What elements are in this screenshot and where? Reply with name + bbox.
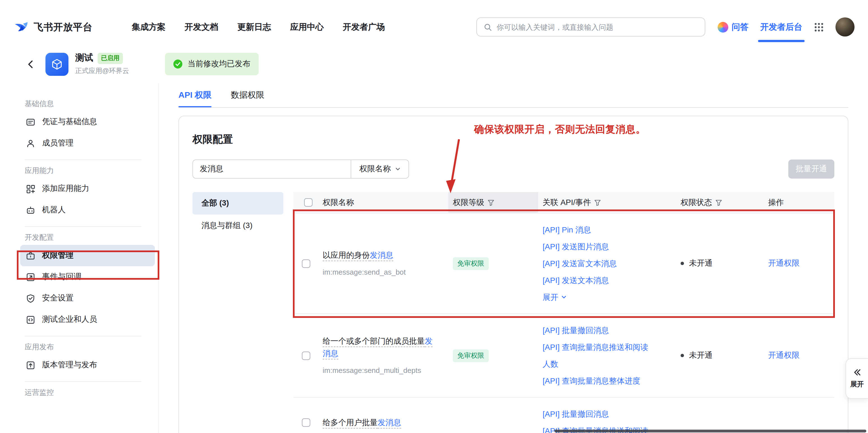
console-label: 开发者后台 — [760, 22, 802, 31]
tab-api-permissions[interactable]: API 权限 — [179, 90, 212, 107]
permission-name-cell: 给多个用户批量发消息 — [318, 416, 448, 429]
nav-item-dev-plaza[interactable]: 开发者广场 — [343, 22, 385, 32]
open-permission-link[interactable]: 开通权限 — [768, 350, 800, 359]
api-link[interactable]: [API] 批量撤回消息 — [542, 405, 655, 422]
security-icon — [26, 293, 35, 303]
qa-link[interactable]: 问答 — [718, 22, 748, 32]
top-nav: 飞书开放平台 集成方案 开发文档 更新日志 应用中心 开发者广场 问答 开发者后… — [0, 0, 868, 45]
search-field-select[interactable]: 权限名称 — [351, 160, 409, 179]
permission-level-cell: 免审权限 — [448, 349, 538, 362]
sidebar: 基础信息 凭证与基础信息 成员管理 应用能力 — [0, 83, 159, 433]
global-search-box[interactable] — [476, 18, 705, 36]
sidebar-item-events[interactable]: 事件与回调 — [20, 266, 155, 288]
app-subtitle: 正式应用@环界云 — [75, 66, 129, 76]
api-link[interactable]: [API] 查询批量消息推送和阅读人数 — [542, 339, 655, 372]
action-cell: 开通权限 — [764, 258, 834, 268]
row-checkbox[interactable] — [302, 418, 310, 427]
back-icon[interactable] — [26, 59, 35, 69]
sidebar-divider — [25, 336, 142, 337]
permission-name[interactable]: 以应用的身份发消息 — [322, 250, 393, 259]
filter-icon[interactable] — [488, 199, 494, 206]
expand-apis-link[interactable]: 展开 — [542, 289, 567, 306]
category-all[interactable]: 全部 (3) — [192, 192, 283, 214]
header-action: 操作 — [764, 192, 834, 213]
permission-search-group: 权限名称 — [192, 160, 409, 179]
related-api-cell: [API] Pin 消息 [API] 发送图片消息 [API] 发送富文本消息 … — [538, 221, 676, 306]
active-nav-underline — [758, 40, 805, 42]
sidebar-divider — [25, 226, 142, 227]
category-im-group[interactable]: 消息与群组 (3) — [192, 214, 283, 237]
api-link[interactable]: [API] 查询批量消息整体进度 — [542, 372, 655, 389]
sidebar-item-permissions[interactable]: 权限管理 — [20, 245, 155, 266]
chevron-down-icon — [561, 294, 567, 300]
table-row: 以应用的身份发消息 im:message:send_as_bot 免审权限 [A… — [293, 213, 834, 314]
filter-icon[interactable] — [594, 199, 601, 206]
qa-icon — [718, 22, 728, 32]
console-link[interactable]: 开发者后台 — [760, 22, 802, 32]
filter-icon[interactable] — [715, 199, 722, 206]
global-search-input[interactable] — [497, 23, 698, 31]
sidebar-item-members[interactable]: 成员管理 — [20, 133, 155, 154]
add-capability-icon — [26, 184, 35, 194]
sidebar-item-add-capability[interactable]: 添加应用能力 — [20, 178, 155, 199]
collapse-double-chevron-icon — [853, 368, 861, 376]
nav-item-integration[interactable]: 集成方案 — [132, 22, 165, 32]
sidebar-item-bot[interactable]: 机器人 — [20, 199, 155, 221]
sidebar-item-version[interactable]: 版本管理与发布 — [20, 354, 155, 376]
app-meta: 测试 已启用 正式应用@环界云 — [75, 52, 129, 76]
api-link[interactable]: [API] 发送富文本消息 — [542, 255, 655, 272]
permission-name[interactable]: 给多个用户批量发消息 — [322, 418, 401, 427]
app-cube-icon — [51, 58, 63, 70]
header-level: 权限等级 — [448, 192, 538, 213]
app-header-bar: 测试 已启用 正式应用@环界云 当前修改均已发布 — [0, 45, 868, 83]
table-row: 给一个或多个部门的成员批量发消息 im:message:send_multi_d… — [293, 314, 834, 398]
api-link[interactable]: [API] 发送图片消息 — [542, 238, 655, 255]
table-header: 权限名称 权限等级 关联 API/事件 — [293, 192, 834, 213]
api-link[interactable]: [API] Pin 消息 — [542, 221, 655, 238]
tab-data-permissions[interactable]: 数据权限 — [230, 90, 264, 107]
level-badge: 免审权限 — [453, 349, 489, 362]
api-link[interactable]: [API] 批量撤回消息 — [542, 322, 655, 339]
permission-name[interactable]: 给一个或多个部门的成员批量发消息 — [322, 336, 433, 357]
nav-item-app-center[interactable]: 应用中心 — [290, 22, 324, 32]
permission-config-card: 权限配置 权限名称 批量开通 全 — [179, 116, 848, 433]
nav-item-docs[interactable]: 开发文档 — [185, 22, 218, 32]
select-all-checkbox[interactable] — [304, 198, 312, 207]
sidebar-divider — [25, 160, 142, 160]
sidebar-item-security[interactable]: 安全设置 — [20, 288, 155, 309]
header-api: 关联 API/事件 — [538, 192, 676, 213]
nav-menu: 集成方案 开发文档 更新日志 应用中心 开发者广场 — [132, 22, 385, 32]
main-area: API 权限 数据权限 权限配置 权限名称 — [159, 83, 868, 433]
publish-status-banner: 当前修改均已发布 — [165, 53, 259, 75]
apps-grid-icon[interactable] — [814, 22, 824, 32]
horizontal-scrollbar[interactable] — [554, 430, 866, 432]
expand-panel-button[interactable]: 展开 — [845, 358, 868, 399]
app-name: 测试 — [75, 52, 93, 64]
sidebar-section-capabilities: 应用能力 — [25, 166, 142, 176]
permission-level-cell: 免审权限 — [448, 257, 538, 270]
permission-icon — [26, 251, 35, 260]
permission-code: im:message:send_multi_depts — [322, 364, 435, 377]
members-icon — [26, 139, 35, 148]
permission-search-input[interactable] — [192, 160, 351, 179]
expand-panel-label: 展开 — [850, 379, 864, 389]
chevron-down-icon — [395, 166, 400, 172]
screen: 飞书开放平台 集成方案 开发文档 更新日志 应用中心 开发者广场 问答 开发者后… — [0, 0, 868, 433]
permission-table: 权限名称 权限等级 关联 API/事件 — [293, 192, 834, 433]
api-link[interactable]: [API] 发送文本消息 — [542, 272, 655, 289]
row-checkbox[interactable] — [302, 351, 310, 360]
brand-logo[interactable]: 飞书开放平台 — [13, 19, 93, 35]
row-checkbox[interactable] — [302, 259, 310, 268]
open-permission-link[interactable]: 开通权限 — [768, 258, 800, 267]
level-badge: 免审权限 — [453, 257, 489, 270]
sidebar-divider — [25, 381, 142, 382]
avatar[interactable] — [835, 18, 855, 36]
related-api-cell: [API] 批量撤回消息 [API] 查询批量消息推送和阅读 — [538, 405, 676, 433]
publish-banner-text: 当前修改均已发布 — [187, 59, 250, 69]
sidebar-item-credentials[interactable]: 凭证与基础信息 — [20, 111, 155, 133]
credential-icon — [26, 117, 35, 127]
search-icon — [484, 23, 492, 31]
batch-open-button[interactable]: 批量开通 — [788, 160, 834, 179]
nav-item-changelog[interactable]: 更新日志 — [237, 22, 271, 32]
sidebar-item-test-org[interactable]: 测试企业和人员 — [20, 309, 155, 330]
